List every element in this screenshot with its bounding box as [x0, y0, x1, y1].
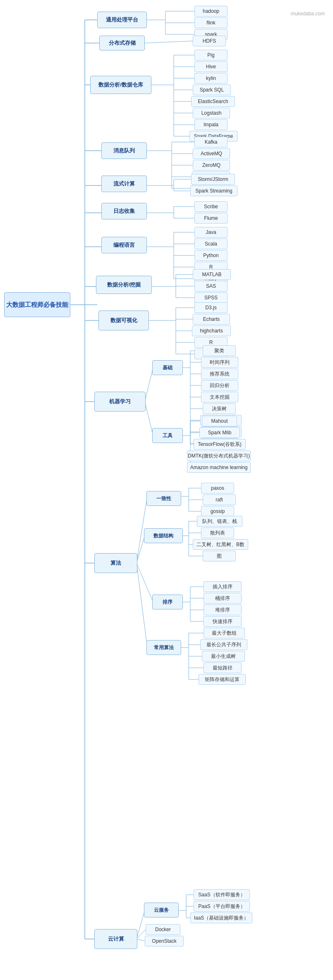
- svg-line-86: [137, 563, 153, 602]
- leaf-echarts: Echarts: [193, 314, 230, 325]
- cat-c3: 数据分析/数据仓库: [90, 76, 151, 94]
- cat-c12: 云计算: [94, 929, 137, 949]
- leaf-mahout: Mahout: [202, 416, 237, 426]
- leaf-sparkstreaming: Spark Streaming: [190, 185, 237, 196]
- leaf-flink: flink: [194, 17, 228, 28]
- leaf-textmining: 文本挖掘: [201, 392, 238, 402]
- leaf-matrix: 矩阵存储和运算: [199, 674, 246, 685]
- cat-c5-label: 流式计算: [113, 180, 135, 188]
- cat-c4-label: 消息队列: [113, 147, 135, 154]
- cat-c8-label: 数据分析/挖掘: [107, 281, 141, 289]
- leaf-stormjstorm: Storm/JStorm: [191, 174, 235, 185]
- leaf-decisiontree: 决策树: [203, 403, 236, 414]
- cat-c12-label: 云计算: [108, 935, 124, 943]
- leaf-openstack: OpenStack: [145, 936, 184, 946]
- leaf-bst-rbt: 二叉树、红黑树、B数: [193, 539, 248, 550]
- leaf-iaas: IaaS（基础设施即服务）: [190, 913, 252, 923]
- leaf-heap-sort: 堆排序: [204, 604, 242, 615]
- page-container: 大数据工程师必备技能 通用处理平台 分布式存储 数据分析/数据仓库 消息队列 流…: [0, 0, 333, 21]
- subcat-s6-label: 常用算法: [154, 644, 174, 651]
- cat-c8: 数据分析/挖掘: [96, 276, 152, 294]
- subcat-s4-label: 数据结构: [153, 532, 173, 539]
- cat-c1: 通用处理平台: [97, 12, 147, 28]
- leaf-matlab: MATLAB: [193, 269, 231, 280]
- leaf-flume: Flume: [194, 213, 228, 224]
- svg-line-19: [145, 41, 193, 43]
- cat-c10-label: 机器学习: [109, 398, 131, 405]
- cat-c1-label: 通用处理平台: [106, 16, 138, 24]
- leaf-kafka: Kafka: [194, 137, 228, 147]
- leaf-regression: 回归分析: [201, 380, 238, 391]
- leaf-hdfs: HDFS: [193, 36, 226, 46]
- leaf-sas: SAS: [194, 281, 228, 291]
- subcat-s3-label: 一致性: [156, 495, 171, 502]
- leaf-scribe: Scribe: [194, 201, 228, 212]
- leaf-mst: 最小生成树: [202, 651, 245, 662]
- cat-c7-label: 编程语言: [113, 241, 135, 249]
- cat-c9-label: 数据可视化: [110, 317, 137, 324]
- svg-line-87: [137, 563, 147, 648]
- leaf-graph: 图: [203, 551, 236, 561]
- leaf-max-subarray: 最大子数组: [204, 628, 245, 638]
- svg-line-64: [145, 368, 153, 402]
- leaf-logstash: Logstash: [193, 108, 230, 118]
- leaf-hashtable: 散列表: [201, 527, 234, 538]
- cat-c11: 算法: [94, 553, 137, 573]
- subcat-s3: 一致性: [146, 491, 181, 506]
- cat-c3-label: 数据分析/数据仓库: [98, 81, 143, 89]
- cat-c5: 流式计算: [101, 176, 147, 192]
- leaf-docker: Docker: [146, 924, 180, 935]
- leaf-d3js: D3.js: [194, 302, 228, 313]
- leaf-hadoop: hadoop: [194, 6, 228, 17]
- cat-c7: 编程语言: [101, 237, 147, 253]
- svg-line-114: [137, 939, 145, 941]
- leaf-paas: PaaS（平台即服务）: [194, 901, 250, 912]
- subcat-s7: 云服务: [144, 903, 179, 917]
- leaf-shortest-path: 最短路径: [204, 662, 242, 673]
- svg-line-113: [137, 929, 146, 939]
- leaf-spss: SPSS: [194, 292, 228, 303]
- subcat-s2-label: 工具: [163, 432, 172, 439]
- leaf-scala: Scala: [194, 238, 228, 249]
- leaf-kylin: kylin: [194, 73, 228, 84]
- subcat-s5-label: 排序: [163, 599, 172, 606]
- leaf-pig: Pig: [194, 50, 228, 60]
- leaf-raft: raft: [203, 494, 236, 505]
- leaf-cluster: 聚类: [203, 345, 236, 356]
- svg-line-85: [137, 536, 145, 563]
- leaf-bucket-sort: 桶排序: [204, 593, 242, 604]
- leaf-lcs: 最长公共子序列: [200, 639, 247, 650]
- connector-lines: [0, 0, 333, 980]
- subcat-s7-label: 云服务: [154, 907, 169, 914]
- leaf-java: Java: [194, 227, 228, 238]
- leaf-highcharts: highcharts: [192, 325, 231, 336]
- leaf-insertion-sort: 插入排序: [204, 581, 242, 592]
- leaf-sparkmlib: Spark Mlib: [199, 427, 240, 438]
- svg-line-112: [137, 910, 145, 939]
- subcat-s4: 数据结构: [144, 528, 183, 543]
- leaf-activemq: ActiveMQ: [193, 148, 230, 159]
- leaf-sparksql: Spark SQL: [193, 84, 231, 95]
- cat-c9: 数据可视化: [98, 311, 149, 330]
- root-label: 大数据工程师必备技能: [6, 301, 68, 309]
- subcat-s5: 排序: [152, 595, 183, 609]
- root-box: 大数据工程师必备技能: [4, 292, 70, 317]
- watermark: mukedaba.com: [291, 11, 325, 17]
- subcat-s1-label: 基础: [163, 364, 172, 371]
- cat-c2: 分布式存储: [99, 36, 145, 51]
- leaf-quicksort: 快速排序: [204, 616, 242, 627]
- cat-c6-label: 日志收集: [113, 207, 135, 215]
- leaf-hive: Hive: [194, 61, 228, 72]
- subcat-s6: 常用算法: [146, 640, 181, 655]
- leaf-paxos: paxos: [201, 483, 234, 494]
- leaf-python: Python: [194, 250, 228, 261]
- leaf-zeromq: ZeroMQ: [193, 160, 230, 171]
- leaf-amazon-ml: Amazon machine learning: [187, 462, 251, 473]
- leaf-timeseries: 时间序列: [201, 357, 238, 368]
- cat-c2-label: 分布式存储: [109, 39, 136, 47]
- leaf-recommend: 推荐系统: [201, 368, 238, 379]
- leaf-tensorflow: TensorFlow(谷歌系): [194, 439, 246, 450]
- cat-c10: 机器学习: [94, 392, 146, 412]
- subcat-s2: 工具: [152, 428, 183, 443]
- watermark-text: mukedaba.com: [291, 11, 325, 17]
